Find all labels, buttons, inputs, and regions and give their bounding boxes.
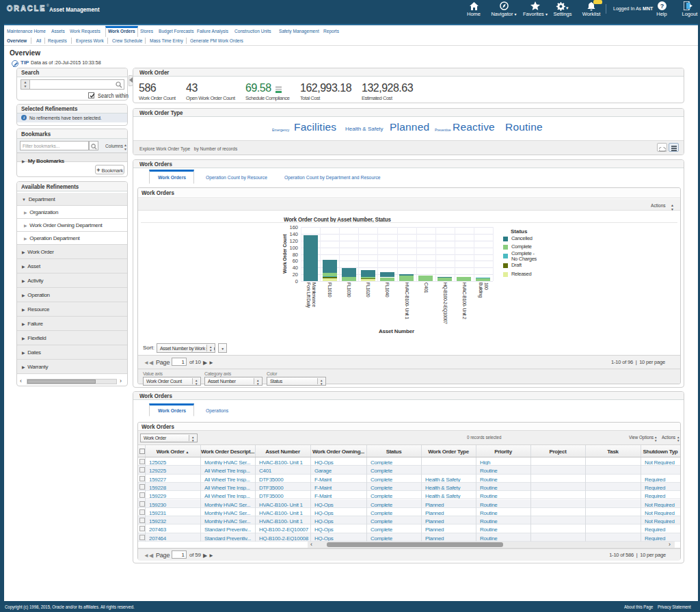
svg-text:?: ? <box>660 3 664 10</box>
